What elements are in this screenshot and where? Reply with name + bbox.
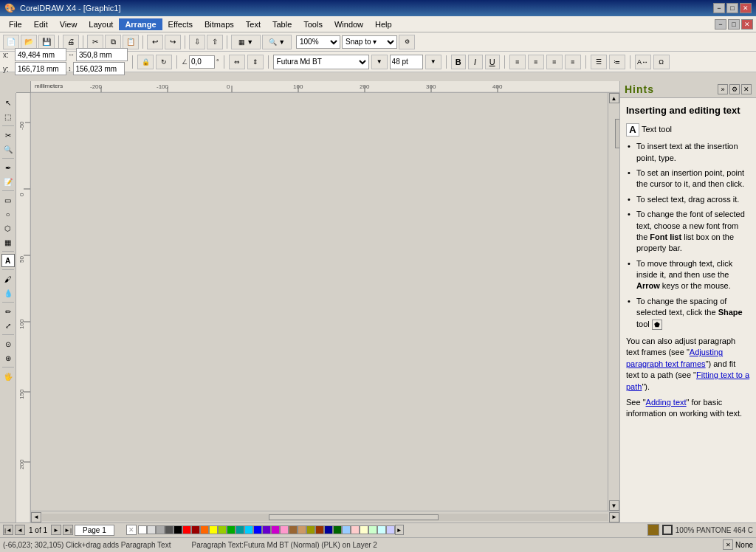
export-button[interactable]: ⇧ [207,35,223,49]
page-navigation[interactable]: |◄ ◄ 1 of 1 ► ►| Page 1 [3,525,114,536]
fill-tool[interactable]: 🖌 [1,272,15,286]
save-button[interactable]: 💾 [38,35,55,49]
swatch-teal[interactable] [236,525,244,534]
font-select[interactable]: Futura Md BT [273,55,369,69]
swatch-maroon[interactable] [315,525,324,534]
redo-button[interactable]: ↪ [165,35,181,49]
last-page-button[interactable]: ►| [63,525,73,535]
font-size-list-button[interactable]: ▼ [425,55,441,69]
dropper-tool[interactable]: ⊛ [1,351,15,365]
swatch-mint[interactable] [368,525,377,534]
text-tool[interactable]: A [1,254,15,267]
swatch-olive[interactable] [306,525,315,534]
menu-file[interactable]: File [3,18,28,30]
print-button[interactable]: 🖨 [63,35,79,49]
hints-header-buttons[interactable]: » ⚙ ✕ [718,84,752,94]
menu-window[interactable]: Window [329,18,369,30]
zoom-select[interactable]: 100%75%50% [296,35,340,49]
prev-page-button[interactable]: ◄ [15,525,25,535]
menu-table[interactable]: Table [267,18,298,30]
menu-effects[interactable]: Effects [162,18,199,30]
first-page-button[interactable]: |◄ [3,525,13,535]
swatch-ltpink[interactable] [351,525,360,534]
unicode-button[interactable]: Ω [653,55,670,69]
crop-tool[interactable]: ✂ [1,128,15,142]
outline-tool[interactable]: ✏ [1,305,15,318]
zoom-tool[interactable]: 🔍 [1,142,15,156]
font-size-input[interactable] [390,55,423,69]
swatch-yellow[interactable] [209,525,218,534]
rectangle-tool[interactable]: ▭ [1,193,15,207]
minimize-button[interactable]: − [713,3,725,13]
menu-view[interactable]: View [54,18,83,30]
number-list-button[interactable]: ≔ [609,55,625,69]
char-spacing-button[interactable]: A↔ [635,55,651,69]
bold-button[interactable]: B [451,55,466,69]
outline-swatch[interactable] [662,525,673,535]
horizontal-scrollbar[interactable]: ◄ ► [31,511,619,522]
swatch-ltgray[interactable] [147,525,156,534]
scroll-left-button[interactable]: ◄ [31,512,41,522]
options-button[interactable]: ⚙ [399,35,415,49]
height-input[interactable] [73,62,125,75]
scroll-up-button[interactable]: ▲ [609,93,619,103]
table-tool[interactable]: ▦ [1,235,15,249]
italic-button[interactable]: I [468,55,483,69]
swatch-magenta[interactable] [271,525,280,534]
swatch-pink[interactable] [280,525,289,534]
scroll-down-button[interactable]: ▼ [609,500,619,511]
menu-bitmaps[interactable]: Bitmaps [199,18,240,30]
lock-ratio-button[interactable]: 🔒 [137,55,154,69]
swatch-ltblue[interactable] [342,525,351,534]
menu-text[interactable]: Text [240,18,267,30]
freehand-tool[interactable]: ✒ [1,161,15,174]
paste-button[interactable]: 📋 [123,35,139,49]
swatch-darkred[interactable] [191,525,200,534]
flip-h-button[interactable]: ⇔ [229,55,245,69]
view-options-button[interactable]: ▦ ▼ [231,35,261,49]
app-restore-button[interactable]: □ [728,19,740,30]
swatch-cyan[interactable] [244,525,253,534]
swatch-red[interactable] [182,525,191,534]
swatch-purple[interactable] [262,525,271,534]
copy-button[interactable]: ⧉ [105,35,121,49]
maximize-button[interactable]: □ [726,3,738,13]
hints-close-button[interactable]: ✕ [741,84,752,94]
select-tool[interactable]: ↖ [1,96,15,109]
scroll-thumb-h[interactable] [269,514,439,520]
vertical-scrollbar[interactable]: ▲ ▼ [608,93,619,511]
font-list-button[interactable]: ▼ [371,55,388,69]
underline-button[interactable]: U [485,55,500,69]
import-button[interactable]: ⇩ [189,35,205,49]
open-button[interactable]: 📂 [21,35,37,49]
hints-settings-button[interactable]: ⚙ [729,84,740,94]
align-right-button[interactable]: ≡ [546,55,563,69]
app-minimize-button[interactable]: − [715,19,726,30]
link-adding-text[interactable]: Adding text [646,398,687,407]
hints-expand-button[interactable]: » [718,84,728,94]
swatch-lavender[interactable] [386,525,395,534]
swatch-ltgreen[interactable] [218,525,227,534]
swatch-ltyellow[interactable] [360,525,368,534]
swatch-gray[interactable] [156,525,165,534]
swatch-navy[interactable] [324,525,333,534]
interactive-tool[interactable]: ⊙ [1,337,15,351]
next-page-button[interactable]: ► [51,525,61,535]
link-paragraph-frames[interactable]: Adjusting paragraph text frames [626,348,723,368]
swatch-green[interactable] [227,525,236,534]
menu-layout[interactable]: Layout [83,18,119,30]
palette-scroll-right[interactable]: ► [395,525,404,535]
align-left-button[interactable]: ≡ [509,55,526,69]
transform-button[interactable]: ↻ [156,55,172,69]
connector-tool[interactable]: ⤢ [1,319,15,332]
angle-input[interactable] [189,55,215,69]
y-input[interactable] [15,62,66,75]
page1-tab[interactable]: Page 1 [75,525,114,536]
hand-tool[interactable]: 🖐 [1,370,15,383]
menu-tools[interactable]: Tools [298,18,329,30]
window-controls[interactable]: − □ ✕ [713,3,752,13]
smart-draw-tool[interactable]: 📝 [1,175,15,188]
scroll-track-h[interactable] [42,514,608,521]
shape-tool[interactable]: ⬚ [1,110,15,123]
app-close-button[interactable]: ✕ [741,19,753,30]
